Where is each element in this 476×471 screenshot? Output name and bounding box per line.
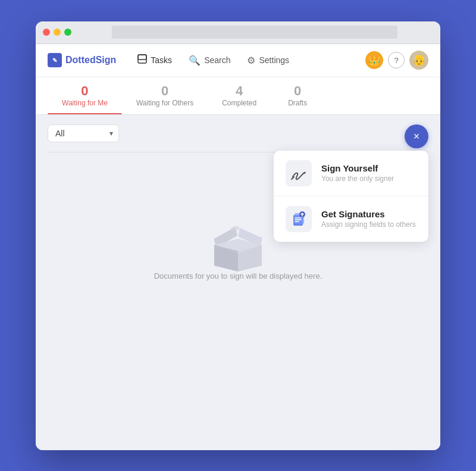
svg-rect-0 bbox=[138, 55, 146, 63]
get-signatures-subtitle: Assign signing fields to others bbox=[321, 220, 416, 229]
tab-completed[interactable]: 4 Completed bbox=[208, 77, 271, 114]
sign-yourself-item[interactable]: Sign Yourself You are the only signer bbox=[274, 151, 428, 196]
empty-state-text: Documents for you to sign will be displa… bbox=[154, 272, 322, 280]
tab-drafts-label: Drafts bbox=[288, 99, 307, 107]
tab-completed-count: 4 bbox=[236, 85, 243, 98]
tab-drafts-count: 0 bbox=[294, 85, 301, 98]
tab-completed-label: Completed bbox=[222, 99, 256, 107]
svg-rect-1 bbox=[138, 55, 146, 60]
settings-icon: ⚙ bbox=[247, 55, 255, 66]
fab-button[interactable]: × bbox=[405, 124, 428, 148]
header-right: 👑 ? 👴 bbox=[365, 51, 428, 70]
sign-yourself-text: Sign Yourself You are the only signer bbox=[321, 163, 394, 183]
nav-settings-label: Settings bbox=[259, 55, 289, 65]
logo-icon: ✎ bbox=[48, 53, 62, 67]
nav-tasks[interactable]: Tasks bbox=[130, 51, 179, 70]
app-window: ✎ DottedSign Tasks 🔍 bbox=[36, 21, 440, 450]
nav-search[interactable]: 🔍 Search bbox=[181, 51, 237, 70]
empty-box-illustration bbox=[202, 212, 274, 272]
maximize-button[interactable] bbox=[64, 29, 71, 36]
filter-wrapper: All PDF Word Image bbox=[48, 124, 119, 142]
tab-waiting-others-count: 0 bbox=[161, 85, 168, 98]
tasks-icon bbox=[137, 54, 147, 66]
close-button[interactable] bbox=[43, 29, 50, 36]
avatar-icon: 👴 bbox=[412, 54, 425, 67]
tab-waiting-others-label: Waiting for Others bbox=[136, 99, 193, 107]
sign-yourself-icon bbox=[286, 160, 312, 186]
get-signatures-text: Get Signatures Assign signing fields to … bbox=[321, 209, 416, 229]
traffic-lights bbox=[43, 29, 71, 36]
tabs-bar: 0 Waiting for Me 0 Waiting for Others 4 … bbox=[36, 77, 440, 115]
tab-waiting-me[interactable]: 0 Waiting for Me bbox=[48, 77, 122, 114]
get-signatures-item[interactable]: Get Signatures Assign signing fields to … bbox=[274, 196, 428, 242]
sign-yourself-title: Sign Yourself bbox=[321, 163, 394, 173]
tab-waiting-others[interactable]: 0 Waiting for Others bbox=[122, 77, 208, 114]
content-area: × Sign Yourself You are the only signer bbox=[36, 115, 440, 450]
crown-badge[interactable]: 👑 bbox=[365, 51, 383, 69]
logo-text: DottedSign bbox=[65, 55, 116, 65]
app-header: ✎ DottedSign Tasks 🔍 bbox=[36, 44, 440, 77]
desktop: ✎ DottedSign Tasks 🔍 bbox=[0, 0, 476, 471]
action-dropdown: Sign Yourself You are the only signer bbox=[274, 151, 428, 242]
nav-search-label: Search bbox=[204, 55, 230, 65]
get-signatures-icon bbox=[286, 206, 312, 232]
tab-drafts[interactable]: 0 Drafts bbox=[271, 77, 324, 114]
filter-select[interactable]: All PDF Word Image bbox=[48, 124, 119, 142]
logo-text-plain: Dotted bbox=[65, 55, 96, 65]
tab-waiting-me-count: 0 bbox=[81, 85, 88, 98]
search-icon: 🔍 bbox=[189, 55, 201, 66]
nav-tasks-label: Tasks bbox=[151, 55, 172, 65]
logo-text-accent: Sign bbox=[96, 55, 117, 65]
title-bar bbox=[36, 21, 440, 44]
minimize-button[interactable] bbox=[54, 29, 61, 36]
crown-icon: 👑 bbox=[368, 55, 380, 66]
logo[interactable]: ✎ DottedSign bbox=[48, 53, 116, 67]
filter-row: All PDF Word Image bbox=[48, 124, 428, 142]
tab-waiting-me-label: Waiting for Me bbox=[62, 99, 108, 107]
avatar[interactable]: 👴 bbox=[409, 51, 428, 70]
help-button[interactable]: ? bbox=[388, 52, 405, 68]
help-icon: ? bbox=[394, 56, 398, 65]
url-bar[interactable] bbox=[112, 26, 397, 39]
nav-settings[interactable]: ⚙ Settings bbox=[240, 51, 296, 70]
nav-items: Tasks 🔍 Search ⚙ Settings bbox=[130, 51, 365, 70]
fab-close-icon: × bbox=[414, 131, 420, 142]
get-signatures-title: Get Signatures bbox=[321, 209, 416, 219]
sign-yourself-subtitle: You are the only signer bbox=[321, 174, 394, 183]
